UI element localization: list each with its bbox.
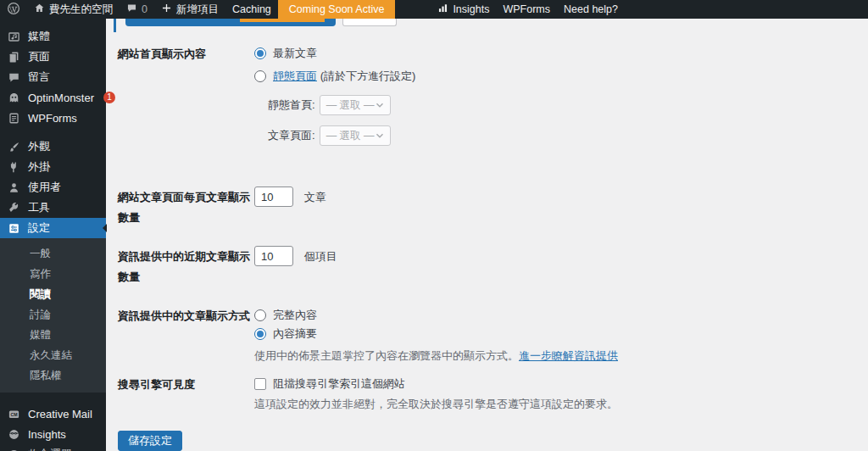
paintbrush-icon <box>8 141 20 153</box>
submenu-item-writing[interactable]: 寫作 <box>0 264 106 284</box>
sidebar-item-label: 媒體 <box>28 29 50 44</box>
home-icon <box>34 3 45 16</box>
sidebar-item-creative-mail[interactable]: CM Creative Mail <box>0 404 106 424</box>
submenu-item-general[interactable]: 一般 <box>0 243 106 264</box>
front-page-label: 網站首頁顯示內容 <box>118 45 254 156</box>
full-text-radio[interactable] <box>254 309 266 321</box>
feed-items-row: 資訊提供中的近期文章顯示數量 個項目 <box>118 246 868 287</box>
submenu-item-permalinks[interactable]: 永久連結 <box>0 345 106 365</box>
submenu-item-discussion[interactable]: 討論 <box>0 304 106 325</box>
sidebar-item-users[interactable]: 使用者 <box>0 177 106 198</box>
discourage-search-checkbox[interactable] <box>254 378 266 390</box>
cutoff-white-button[interactable] <box>342 19 397 26</box>
posts-per-page-suffix: 文章 <box>304 191 326 203</box>
user-icon <box>8 181 20 194</box>
static-page-radio[interactable] <box>254 70 266 82</box>
sidebar-item-label: Creative Mail <box>28 408 92 420</box>
feed-items-suffix: 個項目 <box>304 250 337 263</box>
collapse-arrow-icon <box>8 448 20 451</box>
caching-label: Caching <box>232 3 271 15</box>
front-page-row: 網站首頁顯示內容 最新文章 靜態頁面 (請於下方進行設定) <box>118 45 868 156</box>
summary-label: 內容摘要 <box>273 326 317 342</box>
reading-settings-content: 網站首頁顯示內容 最新文章 靜態頁面 (請於下方進行設定) <box>106 19 868 451</box>
wrench-icon <box>8 202 20 214</box>
comments-menu[interactable]: 0 <box>120 0 154 19</box>
submenu-item-reading[interactable]: 閱讀 <box>0 284 106 304</box>
summary-radio[interactable] <box>254 328 266 340</box>
site-name-menu[interactable]: 費先生的空間 <box>27 0 120 19</box>
plus-icon <box>161 3 172 16</box>
wordpress-logo-menu[interactable] <box>0 0 27 19</box>
sidebar-item-label: 外觀 <box>28 139 50 154</box>
sidebar-item-plugins[interactable]: 外掛 <box>0 157 106 177</box>
feed-display-note: 使用中的佈景主題掌控了內容在瀏覽器中的顯示方式。進一步瞭解資訊提供 <box>254 348 868 364</box>
save-settings-button[interactable]: 儲存設定 <box>118 431 182 451</box>
feed-items-label: 資訊提供中的近期文章顯示數量 <box>118 246 254 287</box>
collapse-menu-button[interactable]: 收合選單 <box>0 444 106 451</box>
sidebar-item-appearance[interactable]: 外觀 <box>0 136 106 157</box>
full-text-label: 完整內容 <box>273 308 317 323</box>
discourage-search-option[interactable]: 阻擋搜尋引擎索引這個網站 <box>254 376 868 393</box>
summary-option[interactable]: 內容摘要 <box>254 326 868 342</box>
static-front-page-row: 靜態首頁: — 選取 — <box>268 95 868 115</box>
full-text-option[interactable]: 完整內容 <box>254 307 868 324</box>
posts-per-page-row: 網站文章頁面每頁文章顯示數量 文章 <box>118 187 868 228</box>
sidebar-item-settings[interactable]: 設定 <box>0 218 106 238</box>
comments-icon <box>8 71 20 84</box>
static-front-page-label: 靜態首頁: <box>268 97 315 113</box>
wpforms-menu[interactable]: WPForms <box>496 0 557 19</box>
sidebar-item-wpforms[interactable]: WPForms <box>0 108 106 128</box>
submenu-item-media[interactable]: 媒體 <box>0 325 106 345</box>
media-icon <box>8 31 20 43</box>
chevron-down-icon <box>376 101 384 109</box>
sidebar-item-label: 收合選單 <box>28 447 72 451</box>
learn-more-feeds-link[interactable]: 進一步瞭解資訊提供 <box>519 349 618 362</box>
static-page-link[interactable]: 靜態頁面 <box>273 70 317 82</box>
plugin-icon <box>8 161 20 174</box>
scrolled-cutoff-elements <box>106 19 868 27</box>
insights-label: Insights <box>453 3 489 15</box>
sidebar-item-label: 工具 <box>28 200 50 215</box>
chevron-down-icon <box>376 131 384 140</box>
sidebar-item-pages[interactable]: 頁面 <box>0 47 106 67</box>
latest-posts-radio[interactable] <box>254 47 266 59</box>
need-help-menu[interactable]: Need help? <box>557 0 625 19</box>
search-visibility-label: 搜尋引擎可見度 <box>118 376 254 412</box>
submenu-item-privacy[interactable]: 隱私權 <box>0 365 106 386</box>
sidebar-item-insights[interactable]: Insights <box>0 424 106 444</box>
coming-soon-active-button[interactable]: Coming Soon Active <box>278 0 396 19</box>
sidebar-item-label: OptinMonster <box>28 92 94 104</box>
static-front-page-select[interactable]: — 選取 — <box>320 95 391 115</box>
latest-posts-option[interactable]: 最新文章 <box>254 45 868 62</box>
settings-icon <box>8 222 20 235</box>
notification-badge: 1 <box>103 92 115 103</box>
cutoff-accent-line <box>114 19 116 32</box>
sidebar-item-label: 使用者 <box>28 180 61 195</box>
sidebar-item-label: Insights <box>28 428 66 441</box>
static-page-option[interactable]: 靜態頁面 (請於下方進行設定) <box>254 68 868 85</box>
feed-display-label: 資訊提供中的文章顯示方式 <box>118 307 254 364</box>
caching-menu[interactable]: Caching <box>225 0 278 19</box>
sidebar-item-media[interactable]: 媒體 <box>0 26 106 47</box>
discourage-search-label: 阻擋搜尋引擎索引這個網站 <box>273 376 405 392</box>
insights-menu[interactable]: Insights <box>431 0 496 19</box>
wpforms-label: WPForms <box>503 3 550 15</box>
insights-icon <box>8 428 20 441</box>
sidebar-item-label: 留言 <box>28 70 50 85</box>
sidebar-item-label: 頁面 <box>28 49 50 64</box>
feed-items-input[interactable] <box>254 246 293 266</box>
posts-page-row: 文章頁面: — 選取 — <box>268 125 868 146</box>
creative-mail-icon: CM <box>8 408 20 420</box>
site-name-label: 費先生的空間 <box>49 3 113 17</box>
sidebar-item-optinmonster[interactable]: OptinMonster 1 <box>0 87 106 108</box>
new-item-menu[interactable]: 新增項目 <box>154 0 225 19</box>
comment-count: 0 <box>142 3 147 15</box>
sidebar-gap <box>0 393 106 404</box>
need-help-label: Need help? <box>564 3 618 15</box>
settings-submenu: 一般 寫作 閱讀 討論 媒體 永久連結 隱私權 <box>0 238 106 393</box>
posts-per-page-input[interactable] <box>254 187 293 207</box>
feed-display-row: 資訊提供中的文章顯示方式 完整內容 內容摘要 使用中的佈景主題掌控了內容在瀏覽器… <box>118 307 868 364</box>
sidebar-item-comments[interactable]: 留言 <box>0 67 106 87</box>
posts-page-select[interactable]: — 選取 — <box>320 125 391 146</box>
sidebar-item-tools[interactable]: 工具 <box>0 198 106 218</box>
